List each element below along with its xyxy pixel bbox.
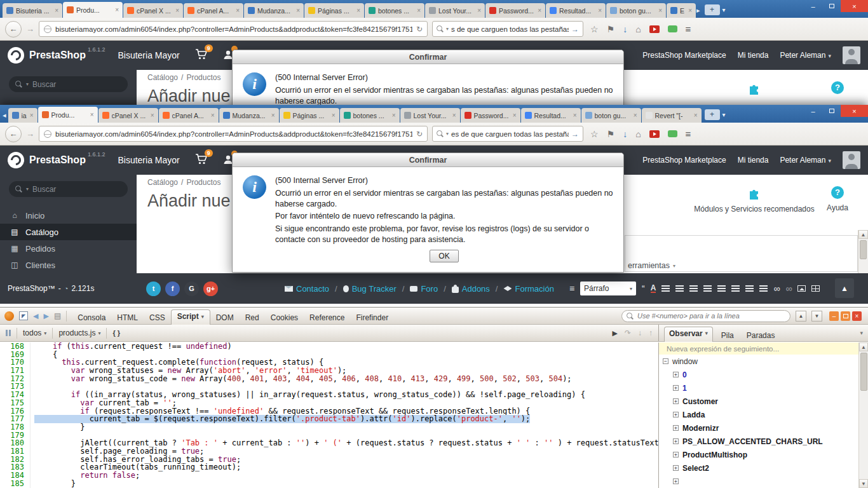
tab-close-icon[interactable]: × xyxy=(151,112,154,119)
tab-close-icon[interactable]: × xyxy=(30,112,34,119)
browser-tab[interactable]: cPanel A... × xyxy=(159,108,219,123)
breadcrumb-current[interactable]: Productos xyxy=(186,73,220,82)
watch-row[interactable]: + Select2 xyxy=(659,461,858,475)
browser-tab[interactable]: Password... × xyxy=(461,108,520,123)
watch-row-partial[interactable]: + xyxy=(659,475,858,488)
home-icon[interactable]: ⌂ xyxy=(635,129,641,139)
watch-row[interactable]: + 0 xyxy=(659,368,858,381)
search-text[interactable]: es de que carguen todas las pestañas xyxy=(451,130,569,138)
social-icon[interactable]: t xyxy=(146,281,161,296)
back-button[interactable]: ← xyxy=(5,126,22,142)
search-bar[interactable]: ▾ es de que carguen todas las pestañas → xyxy=(432,126,583,142)
shop-name[interactable]: Bisuteria Mayor xyxy=(118,50,179,60)
browser-tab[interactable]: botones ... × xyxy=(340,108,400,123)
chat-addon-icon[interactable] xyxy=(668,130,677,137)
sidebar-item[interactable]: ⌂ Inicio xyxy=(0,207,137,224)
tab-scroll-right-icon[interactable]: ▸ xyxy=(696,6,700,15)
social-icon[interactable]: G xyxy=(184,281,199,296)
script-type-dropdown[interactable]: todos▾ xyxy=(23,329,46,337)
url-bar[interactable]: bisuteriamayor.com/admin6054/index.php?c… xyxy=(39,126,428,142)
expand-icon[interactable]: + xyxy=(673,385,679,391)
maximize-button[interactable] xyxy=(822,105,841,117)
expand-icon[interactable]: + xyxy=(673,425,679,431)
bookmark-star-icon[interactable]: ☆ xyxy=(590,129,599,139)
editor-menu-icon[interactable]: ≡ xyxy=(569,283,574,294)
firebug-tab[interactable]: Consola xyxy=(72,311,111,325)
prestashop-logo[interactable] xyxy=(8,152,24,168)
modules-label[interactable]: Módulos y Servicios recomendados xyxy=(681,205,827,214)
forward-button[interactable]: → xyxy=(26,129,34,139)
blockquote-icon[interactable]: “ xyxy=(642,285,645,292)
tab-close-icon[interactable]: × xyxy=(694,112,698,119)
tab-close-icon[interactable]: × xyxy=(513,112,517,119)
browser-tab[interactable]: cPanel A... × xyxy=(184,3,243,18)
browser-tab[interactable]: cPanel X ... × xyxy=(98,108,158,123)
help-block[interactable]: ? Ayuda xyxy=(812,186,863,212)
new-tab-button[interactable]: + xyxy=(705,4,720,15)
bookmarks-flag-icon[interactable]: ⚑ xyxy=(607,24,615,34)
firebug-scrollbar[interactable]: ▲ ▼ xyxy=(858,342,868,488)
search-icon[interactable] xyxy=(437,130,444,137)
scrollbar-thumb[interactable] xyxy=(860,353,867,391)
expand-icon[interactable]: + xyxy=(673,478,679,484)
tab-close-icon[interactable]: × xyxy=(538,7,541,14)
firebug-tab[interactable]: Firefinder xyxy=(350,311,394,325)
expand-icon[interactable]: + xyxy=(673,398,679,404)
reload-icon[interactable]: ↻ xyxy=(416,130,423,139)
tools-menu[interactable]: erramientas ▾ xyxy=(628,261,675,270)
marketplace-link[interactable]: PrestaShop Marketplace xyxy=(642,156,726,165)
line-number[interactable]: 171 xyxy=(0,367,31,375)
browser-tab[interactable]: Bisuteria ... × xyxy=(3,3,62,18)
bullet-list-icon[interactable] xyxy=(661,285,670,292)
search-go-icon[interactable]: → xyxy=(571,130,579,139)
tab-close-icon[interactable]: × xyxy=(296,7,300,14)
browser-tab[interactable]: boton gu... × xyxy=(581,108,641,123)
help-block[interactable]: ? xyxy=(812,81,863,98)
watch-row[interactable]: + Ladda xyxy=(659,408,858,421)
footer-link[interactable]: Foro xyxy=(410,284,438,294)
dialog-title[interactable]: Confirmar xyxy=(233,153,623,167)
help-label[interactable]: Ayuda xyxy=(812,203,863,212)
text-color-icon[interactable]: A xyxy=(651,284,656,293)
footer-link[interactable]: Bug Tracker xyxy=(343,284,397,294)
pretty-print-icon[interactable]: { } xyxy=(112,329,120,337)
minimize-button[interactable]: – xyxy=(804,105,822,117)
scroll-to-top-button[interactable]: ▲ xyxy=(835,278,854,298)
browser-tab[interactable]: boton gu... × xyxy=(606,3,666,18)
browser-tab[interactable]: E × xyxy=(667,3,696,18)
outdent-icon[interactable] xyxy=(689,285,698,292)
help-icon[interactable]: ? xyxy=(831,81,844,94)
sidebar-item[interactable]: ▤ Catálogo xyxy=(0,224,137,240)
tab-close-icon[interactable]: × xyxy=(658,7,662,14)
firebug-tab[interactable]: Script ▾ xyxy=(171,309,210,325)
bookmarks-flag-icon[interactable]: ⚑ xyxy=(607,129,615,139)
cart-icon[interactable]: 9 xyxy=(195,154,207,166)
firebug-logo-icon[interactable] xyxy=(4,311,14,321)
tab-close-icon[interactable]: × xyxy=(452,112,456,119)
close-button[interactable]: × xyxy=(841,0,868,12)
browser-tab[interactable]: botones ... × xyxy=(365,3,424,18)
expand-icon[interactable]: + xyxy=(673,465,679,471)
tab-close-icon[interactable]: × xyxy=(392,112,396,119)
watch-row[interactable]: + 1 xyxy=(659,381,858,395)
inspect-icon[interactable]: ◤ xyxy=(19,311,28,320)
firebug-tab[interactable]: Red xyxy=(240,311,265,325)
scroll-up-button[interactable]: ▲ xyxy=(858,230,868,239)
browser-tab[interactable]: Produ... × xyxy=(38,107,98,123)
browser-tab[interactable]: Páginas ... × xyxy=(280,108,339,123)
line-number[interactable]: 184 xyxy=(0,471,31,480)
side-panel-tab[interactable]: Observar ▾ xyxy=(664,327,713,342)
user-menu[interactable]: Peter Aleman▾ xyxy=(780,51,831,60)
maximize-button[interactable] xyxy=(822,0,841,12)
tab-close-icon[interactable]: × xyxy=(211,112,215,119)
side-panel-tab[interactable]: Pila xyxy=(717,329,738,342)
breadcrumb-parent[interactable]: Catálogo xyxy=(147,178,178,187)
align-right-icon[interactable] xyxy=(745,285,754,292)
breadcrumb-parent[interactable]: Catálogo xyxy=(147,73,178,82)
tab-close-icon[interactable]: × xyxy=(115,6,119,13)
script-file-dropdown[interactable]: products.js▾ xyxy=(58,329,100,337)
line-number[interactable]: 181 xyxy=(0,447,31,456)
tab-list-icon[interactable]: ▾ xyxy=(722,111,726,118)
modules-services-block[interactable]: Módulos y Servicios recomendados xyxy=(681,186,827,214)
downloads-icon[interactable]: ↓ xyxy=(623,24,627,34)
